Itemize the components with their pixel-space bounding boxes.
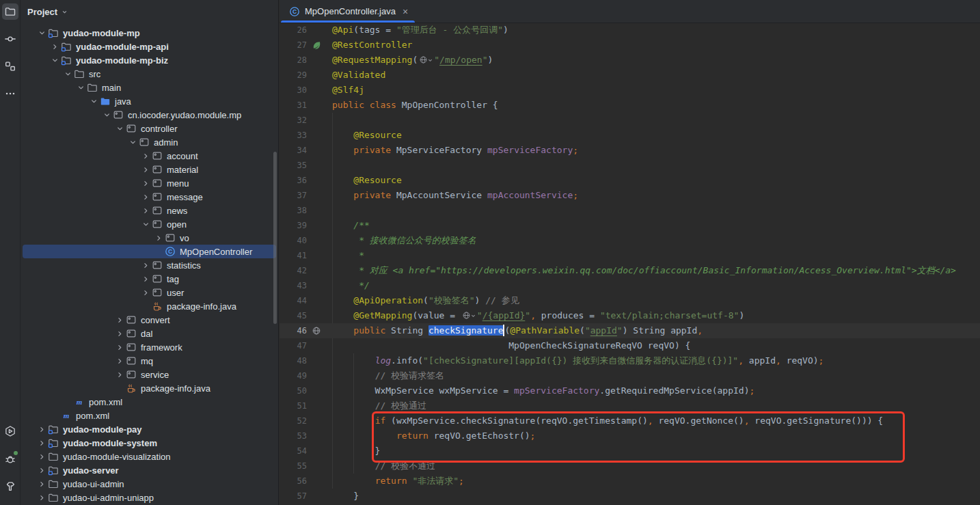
tree-item-yudao-module-system[interactable]: yudao-module-system xyxy=(23,436,276,450)
chevron-collapsed-icon[interactable] xyxy=(140,260,152,271)
tree-item-yudao-ui-admin-uniapp[interactable]: yudao-ui-admin-uniapp xyxy=(23,491,276,504)
editor[interactable]: C MpOpenController.java × 26@Api(tags = … xyxy=(280,0,980,505)
tree-item-vo[interactable]: vo xyxy=(23,231,276,245)
chevron-expanded-icon[interactable] xyxy=(140,219,152,230)
editor-tab[interactable]: C MpOpenController.java × xyxy=(280,0,416,23)
chevron-expanded-icon[interactable] xyxy=(88,96,100,107)
tree-item-cn-iocoder-yudao-module-mp[interactable]: cn.iocoder.yudao.module.mp xyxy=(23,108,276,122)
chevron-expanded-icon[interactable] xyxy=(114,123,126,134)
chevron-collapsed-icon[interactable] xyxy=(36,478,48,489)
tree-item-news[interactable]: news xyxy=(23,204,276,217)
tree-item-menu[interactable]: menu xyxy=(23,176,276,190)
code-line-34: 34 private MpServiceFactory mpServiceFac… xyxy=(280,143,980,158)
tree-item-pom-xml[interactable]: mpom.xml xyxy=(23,409,276,422)
project-button[interactable] xyxy=(2,3,18,20)
project-panel-title[interactable]: Project xyxy=(27,7,57,17)
endpoint-gutter-icon[interactable] xyxy=(307,323,332,338)
tree-item-dal[interactable]: dal xyxy=(23,327,276,340)
tree-item-yudao-module-pay[interactable]: yudao-module-pay xyxy=(23,422,276,436)
locate-file-button[interactable] xyxy=(185,6,196,17)
gutter-spacer xyxy=(307,173,332,188)
endpoint-globe-inlay-icon[interactable] xyxy=(461,311,477,320)
tree-item-java[interactable]: java xyxy=(23,94,276,108)
build-button[interactable] xyxy=(2,478,18,494)
tree-item-src[interactable]: src xyxy=(23,67,276,81)
gutter-spacer xyxy=(307,158,332,173)
chevron-expanded-icon[interactable] xyxy=(62,68,74,79)
endpoint-globe-inlay-icon[interactable] xyxy=(418,55,434,64)
chevron-collapsed-icon[interactable] xyxy=(114,369,126,380)
tree-item-package-info-java[interactable]: package-info.java xyxy=(23,381,276,395)
chevron-collapsed-icon[interactable] xyxy=(36,424,48,435)
chevron-collapsed-icon[interactable] xyxy=(36,437,48,448)
chevron-collapsed-icon[interactable] xyxy=(153,232,165,243)
tree-item-yudao-module-mp-api[interactable]: yudao-module-mp-api xyxy=(23,40,276,53)
gutter-spacer xyxy=(307,68,332,83)
spring-gutter-icon[interactable] xyxy=(307,38,332,53)
structure-button[interactable] xyxy=(2,58,18,74)
tree-item-service[interactable]: service xyxy=(23,368,276,381)
tree-item-tag[interactable]: tag xyxy=(23,272,276,286)
tree-item-yudao-module-mp[interactable]: yudao-module-mp xyxy=(23,26,276,40)
chevron-collapsed-icon[interactable] xyxy=(49,41,61,52)
code-text: return reqVO.getEchostr(); xyxy=(332,428,535,443)
tree-item-yudao-ui-admin[interactable]: yudao-ui-admin xyxy=(23,477,276,491)
chevron-collapsed-icon[interactable] xyxy=(114,314,126,325)
chevron-expanded-icon[interactable] xyxy=(127,137,139,148)
tree-item-yudao-server[interactable]: yudao-server xyxy=(23,463,276,477)
chevron-collapsed-icon[interactable] xyxy=(140,191,152,202)
chevron-collapsed-icon[interactable] xyxy=(114,355,126,366)
tree-item-material[interactable]: material xyxy=(23,163,276,176)
code-area[interactable]: 26@Api(tags = "管理后台 - 公众号回调")27@RestCont… xyxy=(280,23,980,505)
commit-button[interactable] xyxy=(2,31,18,47)
chevron-collapsed-icon[interactable] xyxy=(140,164,152,175)
tree-item-mq[interactable]: mq xyxy=(23,354,276,368)
gutter-spacer xyxy=(307,113,332,128)
tree-item-admin[interactable]: admin xyxy=(23,135,276,149)
tree-item-user[interactable]: user xyxy=(23,286,276,299)
tree-item-open[interactable]: open xyxy=(23,217,276,231)
chevron-collapsed-icon[interactable] xyxy=(140,287,152,298)
profiler-button[interactable] xyxy=(2,450,18,467)
line-number: 44 xyxy=(280,293,307,308)
chevron-expanded-icon[interactable] xyxy=(101,109,113,120)
chevron-collapsed-icon[interactable] xyxy=(140,178,152,189)
tree-item-message[interactable]: message xyxy=(23,190,276,204)
chevron-collapsed-icon[interactable] xyxy=(36,451,48,462)
tree-item-yudao-module-visualization[interactable]: yudao-module-visualization xyxy=(23,450,276,463)
chevron-collapsed-icon[interactable] xyxy=(140,150,152,161)
chevron-collapsed-icon[interactable] xyxy=(140,205,152,216)
chevron-collapsed-icon[interactable] xyxy=(114,328,126,339)
tree-scrollbar[interactable] xyxy=(273,152,277,324)
tree-item-package-info-java[interactable]: package-info.java xyxy=(23,299,276,313)
chevron-collapsed-icon[interactable] xyxy=(36,492,48,503)
line-number: 51 xyxy=(280,398,307,413)
chevron-down-icon[interactable] xyxy=(60,8,69,16)
services-button[interactable] xyxy=(2,423,18,439)
chevron-collapsed-icon[interactable] xyxy=(140,273,152,284)
options-button[interactable] xyxy=(241,6,251,17)
tree-item-label: menu xyxy=(167,178,189,189)
tree-item-main[interactable]: main xyxy=(23,81,276,94)
chevron-collapsed-icon[interactable] xyxy=(114,342,126,353)
tree-item-controller[interactable]: controller xyxy=(23,122,276,135)
tree-item-convert[interactable]: convert xyxy=(23,313,276,327)
tree-item-pom-xml[interactable]: mpom.xml xyxy=(23,395,276,409)
chevron-expanded-icon[interactable] xyxy=(36,27,48,38)
collapse-all-button[interactable] xyxy=(222,6,233,17)
more-tools-button[interactable] xyxy=(2,85,18,102)
expand-all-button[interactable] xyxy=(204,6,215,17)
chevron-collapsed-icon[interactable] xyxy=(36,465,48,476)
tree-item-label: tag xyxy=(167,274,179,284)
line-number: 53 xyxy=(280,428,307,443)
tab-close-icon[interactable]: × xyxy=(403,7,408,16)
hide-panel-button[interactable] xyxy=(259,6,270,17)
chevron-expanded-icon[interactable] xyxy=(49,55,61,66)
chevron-expanded-icon[interactable] xyxy=(75,82,87,93)
tree-item-mpopencontroller[interactable]: CMpOpenController xyxy=(23,245,276,258)
tree-item-account[interactable]: account xyxy=(23,149,276,163)
tree-item-yudao-module-mp-biz[interactable]: yudao-module-mp-biz xyxy=(23,53,276,67)
tree-item-label: statistics xyxy=(167,260,201,271)
tree-item-framework[interactable]: framework xyxy=(23,340,276,354)
tree-item-statistics[interactable]: statistics xyxy=(23,258,276,272)
